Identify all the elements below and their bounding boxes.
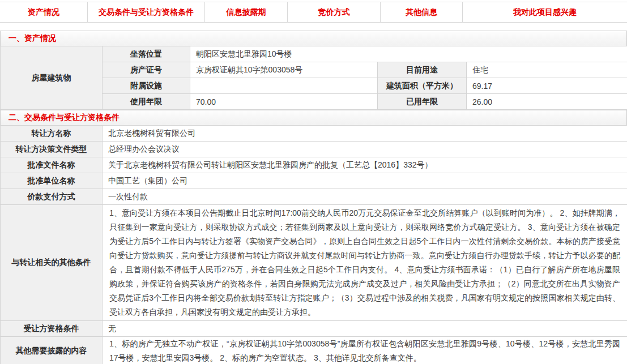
table-row: 批准文件名称 关于北京老槐树科贸有限公司转让朝阳区安慧北里雅园房产的批复（工艺总… (1, 157, 627, 173)
spacer (0, 23, 627, 31)
field-value-other-disclosure: 1、标的房产无独立不动产权证，“京房权证朝其10字第003058号”房屋所有权证… (103, 337, 627, 364)
table-row: 受让方资格条件 无 (1, 321, 627, 337)
tab-deal-conditions[interactable]: 交易条件与受让方资格条件 (88, 2, 205, 22)
field-value-location: 朝阳区安慧北里雅园10号楼 (190, 46, 627, 62)
field-value-current-use: 住宅 (467, 62, 627, 78)
table-row: 其他需要披露的内容 1、标的房产无独立不动产权证，“京房权证朝其10字第0030… (1, 337, 627, 364)
field-value-used-years: 26.00 (467, 94, 627, 110)
tab-interested-button[interactable]: 我对此项目感兴趣 (463, 2, 627, 22)
tab-disclosure-period[interactable]: 信息披露期 (205, 2, 288, 22)
field-label-used-years: 已用年限 (378, 94, 467, 110)
field-label-attached-facilities: 附属设施 (103, 78, 190, 94)
field-value-approval-unit: 中国工艺（集团）公司 (103, 173, 627, 189)
field-value-payment-method: 一次性付款 (103, 189, 627, 205)
deal-conditions-table: 转让方名称 北京老槐树科贸有限公司 转让方决策文件类型 总经理办公会议决议 批准… (0, 125, 627, 364)
field-value-other-transfer-conditions: 1、意向受让方须在本项目公告期截止日北京时间17:00前交纳人民币20万元交易保… (103, 205, 627, 321)
tab-asset-info[interactable]: 资产情况 (0, 2, 88, 22)
field-label-use-term: 使用年限 (103, 94, 190, 110)
field-label-location: 坐落位置 (103, 46, 190, 62)
field-label-transferee-qualification: 受让方资格条件 (1, 321, 103, 337)
field-value-cert-no: 京房权证朝其10字第003058号 (190, 62, 378, 78)
table-row: 与转让相关的其他条件 1、意向受让方须在本项目公告期截止日北京时间17:00前交… (1, 205, 627, 321)
asset-info-table: 房屋建筑物 坐落位置 朝阳区安慧北里雅园10号楼 房产证号 京房权证朝其10字第… (0, 46, 627, 110)
section-title-asset-info: 一、资产情况 (0, 31, 627, 46)
field-value-decision-doc-type: 总经理办公会议决议 (103, 142, 627, 157)
field-label-payment-method: 价款支付方式 (1, 189, 103, 205)
field-label-other-disclosure: 其他需要披露的内容 (1, 337, 103, 364)
section-title-deal-conditions: 二、交易条件与受让方资格条件 (0, 110, 627, 125)
field-label-cert-no: 房产证号 (103, 62, 190, 78)
table-row: 价款支付方式 一次性付款 (1, 189, 627, 205)
field-value-transferee-qualification: 无 (103, 321, 627, 337)
table-row: 转让方决策文件类型 总经理办公会议决议 (1, 142, 627, 157)
table-row: 房屋建筑物 坐落位置 朝阳区安慧北里雅园10号楼 (1, 46, 627, 62)
table-row: 批准单位名称 中国工艺（集团）公司 (1, 173, 627, 189)
field-label-current-use: 目前用途 (378, 62, 467, 78)
field-label-decision-doc-type: 转让方决策文件类型 (1, 142, 103, 157)
field-label-approval-unit: 批准单位名称 (1, 173, 103, 189)
tab-other-info[interactable]: 其他信息 (381, 2, 463, 22)
field-value-floor-area: 69.17 (467, 78, 627, 94)
field-value-use-term: 70.00 (190, 94, 378, 110)
tab-bidding-method[interactable]: 竞价方式 (288, 2, 381, 22)
field-label-approval-doc-name: 批准文件名称 (1, 157, 103, 173)
field-label-other-transfer-conditions: 与转让相关的其他条件 (1, 205, 103, 321)
field-value-attached-facilities (190, 78, 378, 94)
field-value-transferor-name: 北京老槐树科贸有限公司 (103, 126, 627, 142)
table-row: 转让方名称 北京老槐树科贸有限公司 (1, 126, 627, 142)
project-tabs-bar: 资产情况 交易条件与受让方资格条件 信息披露期 竞价方式 其他信息 我对此项目感… (0, 2, 627, 23)
field-label-floor-area: 建筑面积（平方米） (378, 78, 467, 94)
field-label-transferor-name: 转让方名称 (1, 126, 103, 142)
field-value-approval-doc-name: 关于北京老槐树科贸有限公司转让朝阳区安慧北里雅园房产的批复（工艺总【2016】3… (103, 157, 627, 173)
asset-group-label: 房屋建筑物 (1, 46, 103, 110)
